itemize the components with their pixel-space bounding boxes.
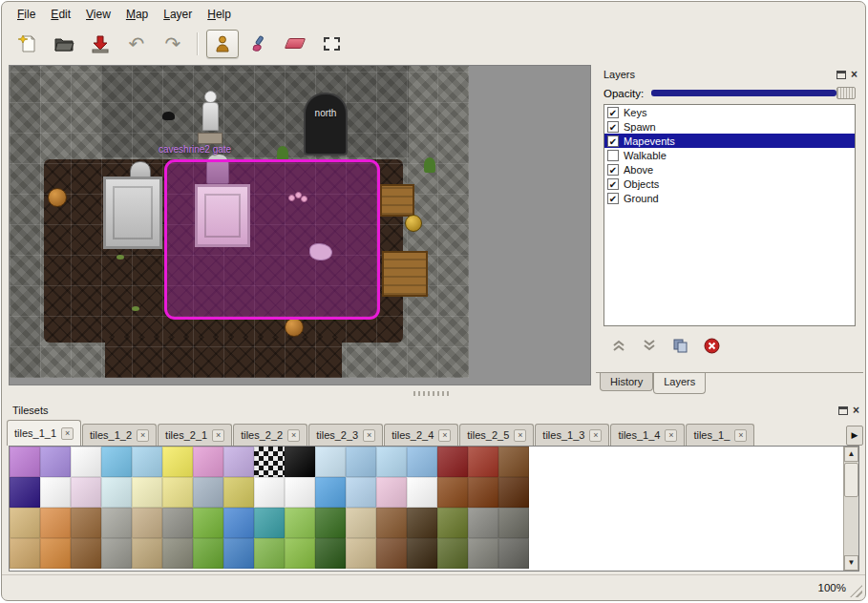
- duplicate-layer-button[interactable]: [672, 338, 688, 353]
- tileset-tile[interactable]: [193, 508, 223, 538]
- layer-row-objects[interactable]: ✔Objects: [604, 177, 855, 191]
- undo-button[interactable]: ↶: [120, 30, 153, 58]
- tileset-tile[interactable]: [223, 508, 254, 538]
- tileset-tile[interactable]: [346, 477, 376, 508]
- tileset-tile[interactable]: [71, 508, 101, 538]
- tileset-tile[interactable]: [407, 447, 437, 477]
- tileset-tab-tiles_1_1[interactable]: tiles_1_1×: [7, 420, 81, 446]
- tileset-tile[interactable]: [40, 508, 71, 538]
- map-canvas[interactable]: north caveshrine2 gate: [9, 65, 591, 385]
- tileset-tile[interactable]: [193, 477, 223, 508]
- tileset-tile[interactable]: [498, 477, 529, 508]
- tileset-tile[interactable]: [346, 538, 376, 569]
- menu-file[interactable]: File: [10, 5, 43, 24]
- layer-row-walkable[interactable]: Walkable: [604, 148, 855, 162]
- tab-close-icon[interactable]: ×: [514, 429, 526, 442]
- tileset-tile[interactable]: [285, 447, 315, 477]
- tileset-tile[interactable]: [468, 508, 498, 538]
- tileset-tile[interactable]: [468, 477, 498, 508]
- map-selection[interactable]: [164, 159, 380, 320]
- tileset-tile[interactable]: [437, 508, 468, 538]
- tileset-tile[interactable]: [101, 477, 132, 508]
- tileset-tile[interactable]: [315, 508, 346, 538]
- tileset-tile[interactable]: [437, 447, 468, 477]
- tileset-tile[interactable]: [407, 508, 437, 538]
- redo-button[interactable]: ↷: [157, 30, 189, 58]
- tileset-tile[interactable]: [40, 447, 71, 477]
- tileset-tile[interactable]: [285, 538, 315, 569]
- tab-close-icon[interactable]: ×: [61, 427, 74, 440]
- menu-edit[interactable]: Edit: [43, 5, 78, 24]
- tileset-tile[interactable]: [10, 538, 40, 569]
- tileset-tile[interactable]: [315, 477, 346, 508]
- layer-visibility-checkbox[interactable]: ✔: [607, 135, 619, 147]
- menu-view[interactable]: View: [78, 5, 118, 24]
- menu-layer[interactable]: Layer: [156, 5, 200, 24]
- tileset-tile[interactable]: [285, 477, 315, 508]
- layer-row-mapevents[interactable]: ✔Mapevents: [604, 134, 855, 148]
- tileset-tab-tiles_2_1[interactable]: tiles_2_1×: [158, 424, 232, 446]
- tileset-tile[interactable]: [162, 447, 193, 477]
- tileset-tile[interactable]: [162, 477, 193, 508]
- layer-row-keys[interactable]: ✔Keys: [604, 105, 855, 119]
- scroll-up-icon[interactable]: ▲: [844, 447, 858, 462]
- tileset-tile[interactable]: [193, 538, 223, 569]
- tileset-tile[interactable]: [376, 538, 407, 569]
- dock-close-icon[interactable]: ×: [851, 70, 857, 79]
- tileset-tab-tiles_1_2[interactable]: tiles_1_2×: [82, 424, 157, 446]
- layer-visibility-checkbox[interactable]: ✔: [607, 164, 619, 176]
- tileset-tile[interactable]: [346, 508, 376, 538]
- tileset-tile[interactable]: [498, 508, 529, 538]
- new-file-button[interactable]: [11, 30, 44, 58]
- tileset-tile[interactable]: [285, 508, 315, 538]
- tileset-tab-tiles_1_[interactable]: tiles_1_×: [686, 424, 754, 446]
- tileset-tile[interactable]: [71, 447, 101, 477]
- tileset-tile[interactable]: [10, 477, 40, 508]
- tileset-tab-tiles_2_5[interactable]: tiles_2_5×: [459, 424, 534, 446]
- tileset-tile[interactable]: [40, 538, 71, 569]
- tileset-tile[interactable]: [132, 477, 162, 508]
- tileset-tile[interactable]: [254, 538, 285, 569]
- tileset-tab-tiles_2_4[interactable]: tiles_2_4×: [384, 424, 458, 446]
- layer-visibility-checkbox[interactable]: ✔: [607, 121, 619, 133]
- tileset-tab-tiles_1_3[interactable]: tiles_1_3×: [535, 424, 609, 446]
- eraser-tool-button[interactable]: [279, 30, 311, 58]
- raise-layer-button[interactable]: [611, 338, 626, 353]
- tileset-tile[interactable]: [71, 477, 101, 508]
- scrollbar-thumb[interactable]: [844, 463, 858, 497]
- layer-visibility-checkbox[interactable]: ✔: [607, 178, 619, 190]
- tileset-tile[interactable]: [162, 538, 193, 569]
- tab-close-icon[interactable]: ×: [287, 429, 300, 442]
- tileset-tile[interactable]: [437, 538, 468, 569]
- layer-row-ground[interactable]: ✔Ground: [604, 191, 855, 205]
- menu-map[interactable]: Map: [118, 5, 156, 24]
- tileset-tile[interactable]: [40, 477, 71, 508]
- open-button[interactable]: [48, 30, 80, 58]
- tab-close-icon[interactable]: ×: [438, 429, 451, 442]
- scroll-down-icon[interactable]: ▼: [844, 555, 858, 571]
- tileset-tile[interactable]: [498, 447, 529, 477]
- tileset-tile[interactable]: [254, 477, 285, 508]
- tileset-tile[interactable]: [223, 477, 254, 508]
- layer-row-above[interactable]: ✔Above: [604, 162, 855, 177]
- tileset-tile[interactable]: [162, 508, 193, 538]
- tileset-tile[interactable]: [468, 538, 498, 569]
- tab-close-icon[interactable]: ×: [734, 429, 747, 442]
- tileset-tile[interactable]: [437, 477, 468, 508]
- tab-close-icon[interactable]: ×: [137, 429, 149, 442]
- tileset-tile[interactable]: [498, 538, 529, 569]
- horizontal-splitter[interactable]: [9, 387, 863, 399]
- delete-layer-button[interactable]: [704, 338, 720, 354]
- tileset-tile[interactable]: [101, 508, 132, 538]
- tileset-tile[interactable]: [376, 477, 407, 508]
- tileset-tile[interactable]: [193, 447, 223, 477]
- tileset-tile[interactable]: [10, 508, 40, 538]
- layer-visibility-checkbox[interactable]: [607, 150, 619, 161]
- layer-list[interactable]: ✔Keys✔Spawn✔MapeventsWalkable✔Above✔Obje…: [603, 104, 856, 326]
- tileset-tab-tiles_1_4[interactable]: tiles_1_4×: [610, 424, 685, 446]
- tab-close-icon[interactable]: ×: [589, 429, 602, 442]
- tileset-tab-tiles_2_3[interactable]: tiles_2_3×: [308, 424, 383, 446]
- tileset-tile[interactable]: [132, 538, 162, 569]
- tileset-tile[interactable]: [376, 508, 407, 538]
- tab-close-icon[interactable]: ×: [212, 429, 224, 442]
